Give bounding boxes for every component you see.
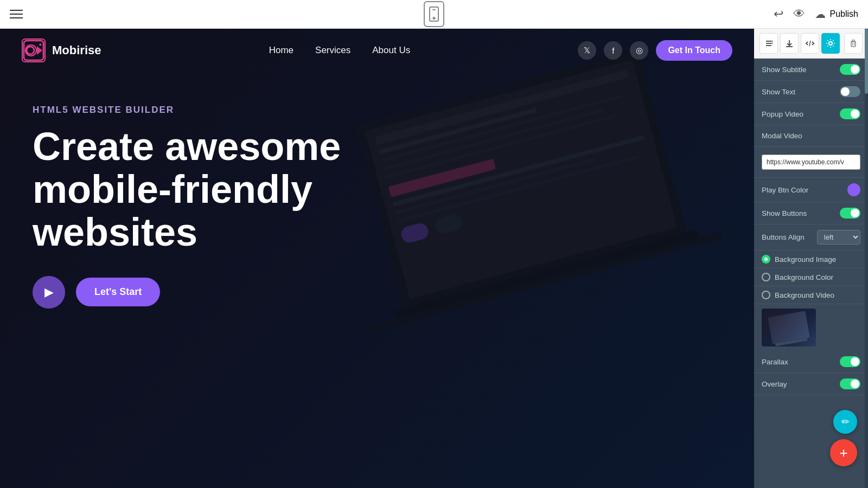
show-text-label: Show Text (762, 88, 795, 96)
bg-color-radio[interactable] (762, 273, 770, 281)
overlay-toggle[interactable] (840, 378, 860, 389)
bg-video-label: Background Video (775, 291, 834, 299)
modal-video-input-row (754, 147, 868, 178)
hero-content: HTML5 WEBSITE BUILDER Create awesome mob… (0, 72, 754, 309)
instagram-icon[interactable]: ◎ (630, 41, 648, 60)
overlay-label: Overlay (762, 380, 787, 388)
facebook-icon[interactable]: f (604, 41, 622, 60)
show-subtitle-toggle[interactable] (840, 64, 860, 75)
code-tool-button[interactable] (801, 33, 819, 54)
svg-marker-17 (37, 46, 42, 55)
overlay-row: Overlay (754, 373, 868, 395)
hero-title-line2: mobile-friendly websites (33, 168, 312, 254)
nav-services[interactable]: Services (315, 45, 350, 56)
bg-image-row: Background Image (754, 251, 868, 268)
bg-video-row: Background Video (754, 286, 868, 304)
bg-video-radio[interactable] (762, 291, 770, 299)
show-text-toggle[interactable] (840, 86, 860, 97)
bg-thumbnail[interactable] (762, 309, 816, 346)
parallax-label: Parallax (762, 358, 788, 366)
fab-add-button[interactable]: + (830, 439, 857, 466)
nav-about[interactable]: About Us (372, 45, 410, 56)
scrollbar-thumb[interactable] (865, 29, 868, 94)
svg-rect-27 (851, 42, 856, 47)
settings-panel: Show Subtitle Show Text Popup Video Moda… (754, 29, 868, 488)
hero-buttons: ▶ Let's Start (33, 276, 722, 309)
show-buttons-toggle[interactable] (840, 208, 860, 219)
buttons-align-row: Buttons Align left center right (754, 224, 868, 251)
modal-video-url-input[interactable] (762, 155, 860, 170)
svg-point-26 (829, 42, 832, 45)
top-toolbar: ↩ 👁 ☁ Publish (0, 0, 868, 29)
svg-line-25 (809, 41, 810, 46)
download-tool-button[interactable] (780, 33, 799, 54)
bg-color-row: Background Color (754, 268, 868, 286)
play-btn-color-swatch[interactable] (847, 183, 860, 196)
show-subtitle-row: Show Subtitle (754, 59, 868, 81)
popup-video-toggle[interactable] (840, 108, 860, 119)
buttons-align-select[interactable]: left center right (817, 230, 860, 245)
modal-video-label-row: Modal Video (754, 125, 868, 147)
logo-text: Mobirise (52, 43, 101, 57)
cloud-upload-icon: ☁ (815, 8, 826, 21)
nav-links: Home Services About Us (269, 45, 410, 56)
lets-start-button[interactable]: Let's Start (76, 278, 160, 306)
mobile-preview-button[interactable] (424, 1, 444, 27)
toolbar-left (10, 10, 23, 18)
main-area: Mobirise Home Services About Us 𝕏 f ◎ Ge… (0, 29, 868, 488)
parallax-row: Parallax (754, 351, 868, 373)
bg-image-radio[interactable] (762, 255, 770, 264)
toolbar-center (424, 1, 444, 27)
modal-video-label: Modal Video (762, 132, 802, 140)
twitter-icon[interactable]: 𝕏 (578, 41, 596, 60)
show-text-row: Show Text (754, 81, 868, 103)
hero-section: Mobirise Home Services About Us 𝕏 f ◎ Ge… (0, 29, 754, 488)
show-buttons-row: Show Buttons (754, 202, 868, 224)
hamburger-menu-icon[interactable] (10, 10, 23, 18)
logo-area: Mobirise (22, 38, 101, 62)
nav-right: 𝕏 f ◎ Get In Touch (578, 40, 732, 61)
parallax-toggle[interactable] (840, 356, 860, 367)
logo-icon (22, 38, 46, 62)
popup-video-row: Popup Video (754, 103, 868, 125)
preview-icon[interactable]: 👁 (793, 7, 805, 21)
delete-tool-button[interactable] (844, 33, 863, 54)
svg-marker-21 (771, 40, 773, 42)
bg-image-label: Background Image (775, 255, 836, 264)
bg-thumbnail-image (768, 311, 810, 344)
publish-label[interactable]: Publish (830, 9, 858, 19)
show-subtitle-label: Show Subtitle (762, 66, 807, 74)
show-buttons-label: Show Buttons (762, 209, 807, 217)
scrollbar-track[interactable] (865, 29, 868, 488)
get-in-touch-button[interactable]: Get In Touch (656, 40, 732, 61)
toolbar-right: ↩ 👁 ☁ Publish (774, 7, 858, 21)
hero-subtitle: HTML5 WEBSITE BUILDER (33, 105, 722, 115)
panel-toolbar (754, 29, 868, 59)
hero-title: Create awesome mobile-friendly websites (33, 125, 412, 254)
publish-area[interactable]: ☁ Publish (815, 8, 858, 21)
sort-tool-button[interactable] (760, 33, 778, 54)
play-btn-color-row: Play Btn Color (754, 178, 868, 202)
bg-color-label: Background Color (775, 273, 833, 281)
undo-icon[interactable]: ↩ (774, 7, 783, 21)
play-button[interactable]: ▶ (33, 276, 65, 309)
buttons-align-label: Buttons Align (762, 233, 805, 241)
popup-video-label: Popup Video (762, 110, 803, 118)
fab-pencil-button[interactable]: ✏ (833, 410, 857, 434)
svg-marker-22 (771, 42, 773, 44)
hero-nav: Mobirise Home Services About Us 𝕏 f ◎ Ge… (0, 29, 754, 72)
hero-title-line1: Create awesome (33, 125, 341, 168)
svg-point-16 (27, 47, 34, 54)
settings-tool-button[interactable] (821, 33, 840, 54)
nav-home[interactable]: Home (269, 45, 293, 56)
play-btn-color-label: Play Btn Color (762, 186, 808, 194)
